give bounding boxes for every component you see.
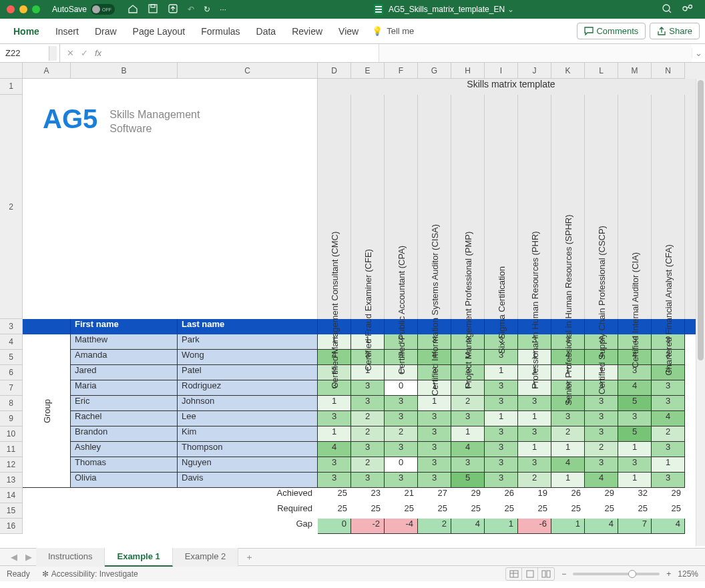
- score-cell[interactable]: 1: [318, 396, 351, 411]
- summary-cell[interactable]: 4: [585, 519, 618, 534]
- score-cell[interactable]: 3: [451, 411, 485, 426]
- first-name-cell[interactable]: Amanda: [71, 350, 178, 365]
- score-cell[interactable]: 3: [318, 473, 351, 488]
- window-minimize[interactable]: [19, 5, 27, 13]
- summary-cell[interactable]: 25: [385, 503, 418, 519]
- redo-icon[interactable]: ↻: [204, 5, 210, 14]
- sheet-tab[interactable]: Example 2: [173, 548, 238, 567]
- autosave-toggle[interactable]: OFF: [91, 4, 115, 15]
- name-box[interactable]: Z22: [0, 44, 60, 62]
- summary-cell[interactable]: 1: [485, 519, 518, 534]
- summary-cell[interactable]: 25: [551, 503, 585, 519]
- score-cell[interactable]: 1: [418, 396, 451, 411]
- score-cell[interactable]: 1: [551, 473, 585, 488]
- comments-button[interactable]: Comments: [577, 23, 646, 39]
- score-cell[interactable]: 3: [385, 473, 418, 488]
- cancel-icon[interactable]: ✕: [67, 48, 74, 58]
- score-cell[interactable]: 3: [652, 473, 685, 488]
- score-cell[interactable]: 1: [518, 411, 551, 426]
- summary-cell[interactable]: -2: [351, 519, 385, 534]
- summary-cell[interactable]: 7: [618, 519, 652, 534]
- score-cell[interactable]: 2: [518, 473, 551, 488]
- row-header[interactable]: 12: [0, 457, 23, 473]
- score-cell[interactable]: 3: [652, 442, 685, 457]
- score-cell[interactable]: 3: [652, 380, 685, 396]
- score-cell[interactable]: 3: [418, 457, 451, 473]
- score-cell[interactable]: 2: [351, 457, 385, 473]
- confirm-icon[interactable]: ✓: [81, 48, 88, 58]
- ribbon-tab-home[interactable]: Home: [5, 19, 47, 44]
- col-header[interactable]: D: [318, 63, 351, 79]
- col-header[interactable]: J: [518, 63, 551, 79]
- last-name-cell[interactable]: Park: [178, 334, 318, 350]
- first-name-cell[interactable]: Matthew: [71, 334, 178, 350]
- summary-cell[interactable]: 29: [652, 488, 685, 503]
- col-header[interactable]: A: [23, 63, 71, 79]
- last-name-cell[interactable]: Kim: [178, 426, 318, 442]
- summary-cell[interactable]: 27: [418, 488, 451, 503]
- first-name-cell[interactable]: Olivia: [71, 473, 178, 488]
- summary-cell[interactable]: 21: [385, 488, 418, 503]
- score-cell[interactable]: 3: [418, 442, 451, 457]
- score-cell[interactable]: 2: [385, 426, 418, 442]
- score-cell[interactable]: 2: [551, 426, 585, 442]
- col-header[interactable]: C: [178, 63, 318, 79]
- sheet-prev[interactable]: ◀: [7, 552, 21, 562]
- formula-input[interactable]: [379, 44, 692, 62]
- row-header[interactable]: 9: [0, 411, 23, 426]
- view-page-break-icon[interactable]: [538, 568, 554, 580]
- last-name-cell[interactable]: Thompson: [178, 442, 318, 457]
- row-header[interactable]: 14: [0, 488, 23, 503]
- score-cell[interactable]: 3: [451, 457, 485, 473]
- col-header[interactable]: K: [551, 63, 585, 79]
- last-name-cell[interactable]: Wong: [178, 350, 318, 365]
- row-header[interactable]: 13: [0, 473, 23, 488]
- summary-cell[interactable]: -6: [518, 519, 551, 534]
- select-all-corner[interactable]: [0, 63, 23, 79]
- first-name-cell[interactable]: Maria: [71, 380, 178, 396]
- home-icon[interactable]: [128, 3, 138, 16]
- add-sheet[interactable]: ＋: [238, 551, 260, 563]
- col-header[interactable]: L: [585, 63, 618, 79]
- score-cell[interactable]: 3: [351, 473, 385, 488]
- search-icon[interactable]: [662, 3, 672, 16]
- ribbon-tab-formulas[interactable]: Formulas: [193, 19, 248, 44]
- row-header[interactable]: 6: [0, 365, 23, 380]
- ribbon-tab-page-layout[interactable]: Page Layout: [125, 19, 194, 44]
- score-cell[interactable]: 2: [652, 426, 685, 442]
- score-cell[interactable]: 2: [351, 411, 385, 426]
- first-name-cell[interactable]: Rachel: [71, 411, 178, 426]
- first-name-cell[interactable]: Jared: [71, 365, 178, 380]
- summary-cell[interactable]: 1: [551, 519, 585, 534]
- score-cell[interactable]: 4: [585, 473, 618, 488]
- col-header[interactable]: B: [71, 63, 178, 79]
- score-cell[interactable]: 3: [351, 380, 385, 396]
- score-cell[interactable]: 1: [652, 457, 685, 473]
- summary-cell[interactable]: 25: [585, 503, 618, 519]
- save-icon[interactable]: [148, 3, 158, 16]
- score-cell[interactable]: 1: [485, 365, 518, 380]
- sheet-tab[interactable]: Example 1: [105, 548, 172, 567]
- score-cell[interactable]: 4: [451, 442, 485, 457]
- last-name-cell[interactable]: Davis: [178, 473, 318, 488]
- formula-expand[interactable]: ⌄: [692, 48, 705, 58]
- last-name-cell[interactable]: Johnson: [178, 396, 318, 411]
- score-cell[interactable]: 2: [351, 426, 385, 442]
- col-header[interactable]: F: [385, 63, 418, 79]
- score-cell[interactable]: 3: [351, 396, 385, 411]
- zoom-out[interactable]: −: [561, 569, 566, 579]
- col-header[interactable]: E: [351, 63, 385, 79]
- row-header[interactable]: 5: [0, 350, 23, 365]
- row-header[interactable]: 4: [0, 334, 23, 350]
- row-header[interactable]: 16: [0, 519, 23, 534]
- summary-cell[interactable]: 23: [351, 488, 385, 503]
- score-cell[interactable]: 3: [418, 411, 451, 426]
- score-cell[interactable]: 4: [652, 411, 685, 426]
- row-header[interactable]: 7: [0, 380, 23, 396]
- col-header[interactable]: M: [618, 63, 652, 79]
- window-maximize[interactable]: [32, 5, 40, 13]
- score-cell[interactable]: 2: [451, 396, 485, 411]
- window-close[interactable]: [7, 5, 15, 13]
- col-header[interactable]: N: [652, 63, 685, 79]
- score-cell[interactable]: 1: [618, 473, 652, 488]
